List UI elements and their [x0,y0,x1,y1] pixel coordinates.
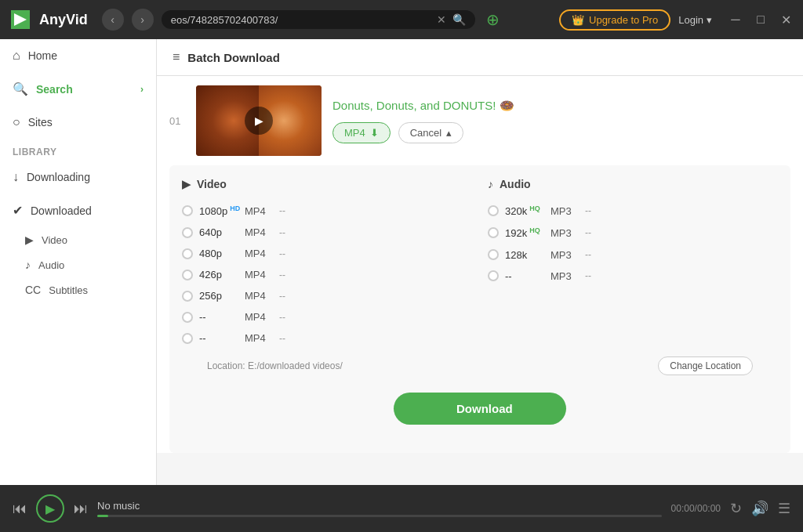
minimize-button[interactable]: ─ [726,10,745,29]
cancel-label: Cancel [410,127,441,139]
forward-button[interactable]: › [132,9,154,31]
item-number: 01 [169,115,185,127]
video-thumbnail: ▶ [196,85,322,156]
quality-radio-128k[interactable] [488,249,499,260]
quality-radio-a4[interactable] [488,270,499,281]
location-path: E:/downloaded videos/ [248,360,343,371]
sidebar-item-search[interactable]: 🔍 Search › [0,72,156,106]
player-repeat-button[interactable]: ↻ [730,500,742,517]
player-track-name: No music [97,500,662,512]
sidebar-video-label: Video [42,234,67,246]
quality-radio-426p[interactable] [182,270,193,280]
sidebar-subtitles-label: Subtitles [49,284,88,296]
quality-radio-192k[interactable] [488,227,499,238]
batch-header-icon: ≡ [173,50,180,64]
address-search-icon[interactable]: 🔍 [452,13,466,26]
sidebar-item-video[interactable]: ▶ Video [0,227,156,252]
quality-radio-v7[interactable] [182,333,193,344]
cancel-button[interactable]: Cancel ▴ [398,122,463,143]
cancel-chevron-icon: ▴ [446,127,452,139]
quality-size-640p: -- [279,227,285,238]
video-info: Donuts, Donuts, and DONUTS! 🍩 MP4 ⬇ Canc… [332,99,790,143]
video-list-item: 01 ▶ Donuts, Donuts, and DONUTS! 🍩 [157,76,803,453]
quality-res-v7: -- [199,332,238,344]
quality-format-v7: MP4 [245,332,273,344]
video-header: 01 ▶ Donuts, Donuts, and DONUTS! 🍩 [157,76,803,165]
player-time: 00:00/00:00 [671,503,721,514]
location-bar: Location: E:/downloaded videos/ Change L… [194,349,765,383]
sidebar-item-home[interactable]: ⌂ Home [0,39,156,72]
quality-res-192k: 192kHQ [505,226,544,239]
quality-format-v6: MP4 [245,311,273,323]
downloaded-icon: ✔ [13,203,23,218]
thumbnail-play-icon[interactable]: ▶ [245,107,273,135]
quality-size-480p: -- [279,248,285,259]
player-play-button[interactable]: ▶ [36,494,64,523]
thumbnail-overlay: ▶ [196,85,322,156]
change-location-button[interactable]: Change Location [658,356,753,375]
main-layout: ⌂ Home 🔍 Search › ○ Sites Library ↓ Down… [0,39,803,485]
player-queue-button[interactable]: ☰ [778,500,790,517]
library-section-label: Library [0,139,156,161]
format-button[interactable]: MP4 ⬇ [332,122,391,143]
quality-radio-256p[interactable] [182,291,193,302]
quality-size-a4: -- [585,270,591,281]
quality-res-480p: 480p [199,248,238,259]
search-icon: 🔍 [13,81,28,96]
downloading-icon: ↓ [13,170,19,184]
scroll-area[interactable]: 01 ▶ Donuts, Donuts, and DONUTS! 🍩 [157,76,803,485]
quality-size-v6: -- [279,312,285,323]
quality-radio-1080p[interactable] [182,205,193,216]
player-volume-button[interactable]: 🔊 [751,500,768,517]
quality-row: -- MP4 -- [182,306,472,328]
quality-row: 320kHQ MP3 -- [488,200,778,222]
sidebar-item-sites[interactable]: ○ Sites [0,106,156,139]
quality-radio-320k[interactable] [488,205,499,216]
location-label: Location: E:/downloaded videos/ [207,360,343,371]
player-bar: ⏮ ▶ ⏭ No music 00:00/00:00 ↻ 🔊 ☰ [0,485,803,532]
app-logo-icon [8,7,33,32]
format-download-icon: ⬇ [370,127,379,139]
upgrade-button[interactable]: 👑 Upgrade to Pro [559,9,670,31]
quality-radio-640p[interactable] [182,227,193,238]
quality-size-320k: -- [585,205,591,216]
add-tab-button[interactable]: ⊕ [486,10,500,29]
download-button[interactable]: Download [394,393,566,425]
sidebar: ⌂ Home 🔍 Search › ○ Sites Library ↓ Down… [0,39,157,485]
title-bar: AnyVid ‹ › eos/748285702400783/ ✕ 🔍 ⊕ 👑 … [0,0,803,39]
login-chevron-icon: ▾ [707,14,712,26]
quality-radio-480p[interactable] [182,248,193,259]
video-col-header: ▶ Video [182,178,472,190]
quality-format-1080p: MP4 [245,205,273,217]
player-prev-button[interactable]: ⏮ [13,501,27,517]
close-button[interactable]: ✕ [776,10,795,29]
download-button-wrap: Download [182,393,778,440]
quality-size-v7: -- [279,333,285,344]
login-button[interactable]: Login ▾ [678,14,712,26]
sidebar-home-label: Home [28,49,57,62]
quality-format-a4: MP3 [550,270,579,282]
sidebar-item-downloading[interactable]: ↓ Downloading [0,161,156,194]
sites-icon: ○ [13,115,20,129]
sidebar-item-downloaded[interactable]: ✔ Downloaded [0,194,156,227]
back-button[interactable]: ‹ [102,9,124,31]
quality-radio-v6[interactable] [182,312,193,323]
sidebar-item-audio[interactable]: ♪ Audio [0,252,156,277]
maximize-button[interactable]: □ [751,10,770,29]
quality-row: 480p MP4 -- [182,243,472,264]
audio-col-header: ♪ Audio [488,178,778,190]
sidebar-item-subtitles[interactable]: CC Subtitles [0,277,156,302]
quality-res-426p: 426p [199,269,238,280]
quality-row: 1080pHD MP4 -- [182,200,472,222]
player-next-button[interactable]: ⏭ [74,501,88,517]
upgrade-icon: 👑 [572,14,584,26]
quality-res-1080p: 1080pHD [199,204,238,217]
video-col-icon: ▶ [182,178,191,190]
address-close-icon[interactable]: ✕ [437,13,446,26]
player-progress-bar[interactable] [97,515,662,517]
quality-res-640p: 640p [199,226,238,238]
quality-format-128k: MP3 [550,249,579,261]
quality-row: -- MP4 -- [182,328,472,349]
quality-size-128k: -- [585,249,591,260]
quality-size-192k: -- [585,227,591,238]
